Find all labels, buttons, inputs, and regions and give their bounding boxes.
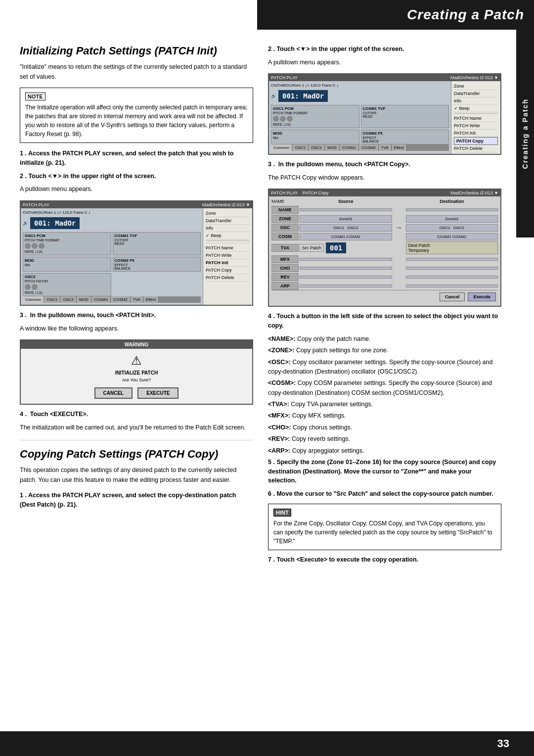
menu2-patch-name: PATCH Name — [454, 115, 498, 122]
hint-box: HINT For the Zone Copy, Oscillator Copy,… — [268, 504, 501, 550]
section-copy: Copying Patch Settings (PATCH Copy) This… — [20, 440, 253, 510]
dialog-buttons: CANCEL EXECUTE — [26, 387, 247, 399]
menu-patch-delete: PATCH Delete — [206, 274, 250, 282]
copy-name-src — [300, 208, 392, 211]
param-descs: <NAME>: Copy only the patch name. <ZONE>… — [268, 334, 501, 456]
step2-init-text: Touch <▼> in the upper right of the scre… — [28, 173, 156, 180]
copy-execute-button[interactable]: Execute — [468, 292, 496, 301]
osc1-block-2: OSC1 PCM PITCH TIME FORMAT RATE ♩ LVL — [271, 105, 359, 128]
screen-model-2: MadOrchestra IZ-013 ▼ — [450, 75, 498, 80]
screen-grid-2: OSC1 PCM PITCH TIME FORMAT RATE ♩ LVL CO… — [271, 105, 449, 144]
cosm2-block-2: COSM2 F5 EFFECT BALANCE — [361, 130, 449, 144]
menu-patch-copy: PATCH Copy — [206, 267, 250, 274]
copy-osc-src: OSC1 OSC2 — [300, 224, 392, 232]
step1-copy: 1 . Access the PATCH PLAY screen, and se… — [20, 491, 253, 510]
side-tab-label: Creating a Patch — [521, 98, 529, 169]
copy-cancel-button[interactable]: Cancel — [440, 292, 465, 301]
right-column: 2 . Touch <▼> in the upper right of the … — [268, 45, 501, 721]
step2-init: 2 . Touch <▼> in the upper right of the … — [20, 172, 253, 181]
step2-right-text: Touch <▼> in the upper right of the scre… — [276, 46, 404, 52]
copy-row-arp: ARP — [271, 282, 299, 290]
param-cosm: <COSM>: Copy COSM parameter settings. Sp… — [268, 378, 501, 398]
copy-cho-dst — [406, 267, 498, 270]
menu-info: Info — [206, 225, 250, 232]
patch-name-display-1: 001: MadOr — [30, 217, 80, 229]
copy-hdr-arrow — [393, 199, 405, 204]
osc2-block: OSC2 PITCH FM FAT RATE ♩ LVL — [23, 273, 111, 296]
left-column: Initializing Patch Settings (PATCH Init)… — [20, 45, 253, 721]
copy-row-mfx: MFX — [271, 255, 299, 263]
page-number: 33 — [497, 737, 509, 750]
step4-init: 4 . Touch <EXECUTE>. — [20, 410, 253, 419]
warning-icon: ⚠ — [26, 354, 247, 368]
copy-row-cosm: COSM — [271, 233, 299, 240]
menu2-patch-copy: PATCH Copy — [454, 137, 498, 145]
step7-copy-text: Touch <Execute> to execute the copy oper… — [276, 556, 418, 563]
main-content: Initializing Patch Settings (PATCH Init)… — [0, 30, 516, 731]
cancel-button[interactable]: CANCEL — [94, 387, 133, 399]
screen-tabs-2: Common OSC1 OSC2 MOD COSM1 COSM2 TVA Eff… — [271, 144, 449, 151]
copy-arp-dst — [406, 284, 498, 287]
menu-patch-write: PATCH Write — [206, 252, 250, 259]
section-initialize: Initializing Patch Settings (PATCH Init)… — [20, 45, 253, 432]
copy-screen-topbar: PATCH PLAY PATCH Copy MadOrchestra IZ-01… — [269, 189, 500, 196]
copy-row-name: NAME — [271, 206, 299, 214]
section1-intro: "Initialize" means to return the setting… — [20, 62, 253, 82]
page-title: Creating a Patch — [407, 7, 524, 23]
pulldown-note-1: A pulldown menu appears. — [20, 185, 253, 194]
copy-row-rev: REV — [271, 273, 299, 281]
step7-copy: 7 . Touch <Execute> to execute the copy … — [268, 555, 501, 565]
param-cho: <CHO>: Copy chorus settings. — [268, 423, 501, 432]
step6-copy: 6 . Move the cursor to "Src Patch" and s… — [268, 489, 501, 499]
screen-patch-row: 🔊 001: MadOr — [23, 216, 201, 231]
step1-copy-text: Access the PATCH PLAY screen, and select… — [20, 492, 236, 508]
step1-init-text: Access the PATCH PLAY screen, and select… — [20, 150, 234, 166]
osc1-block: OSC1 PCM PITCH TIME FORMAT RATE ♩ LVL — [23, 232, 111, 255]
copy-cosm-dst: COSM1 COSM2 — [406, 233, 498, 240]
screen-grid-1: OSC1 PCM PITCH TIME FORMAT RATE ♩ LVL — [23, 232, 201, 296]
param-arp: <ARP>: Copy arpeggiator settings. — [268, 446, 501, 456]
copy-rows: NAME ZONE Zone01 Zone01 OSC OSC1 OSC2 → … — [271, 206, 498, 290]
screen-title-1: PATCH PLAY — [23, 202, 49, 207]
menu-beep: ✓ Beep — [206, 232, 250, 239]
menu2-beep: ✓ Beep — [454, 105, 498, 112]
mod-block: MOD Mix — [23, 257, 111, 272]
menu2-patch-delete: PATCH Delete — [454, 145, 498, 152]
param-name: <NAME>: Copy only the patch name. — [268, 334, 501, 344]
pulldown-note-2: A pulldown menu appears. — [268, 58, 501, 67]
window-note: A window like the following appears. — [20, 324, 253, 333]
copy-name-dst — [406, 208, 498, 211]
screen-main-1: ChiTmROC/Rom 1 ♩= 120.0 Trans C ♩ 🔊 001:… — [21, 208, 203, 305]
copy-window-note: The PATCH Copy window appears. — [268, 173, 501, 183]
copy-tva-src-row: Src Patch 001 — [300, 242, 392, 253]
step5-copy: 5 . Specify the zone (Zone 01–Zone 16) f… — [268, 458, 501, 485]
step6-copy-text: Move the cursor to "Src Patch" and selec… — [276, 490, 493, 497]
side-tab: Creating a Patch — [516, 30, 534, 237]
copy-row-zone: ZONE — [271, 215, 299, 223]
menu-datatransfer: DataTransfer — [206, 217, 250, 225]
screen-tabs-1: Common OSC1 OSC2 MOD COSM1 COSM2 TVA Eff… — [23, 296, 201, 303]
menu2-info: Info — [454, 97, 498, 105]
screen-menu-1: Zone DataTransfer Info ✓ Beep PATCH Name… — [203, 208, 252, 305]
step3-copy: 3 . In the pulldown menu, touch <PATCH C… — [268, 160, 501, 169]
step3-init: 3 . In the pulldown menu, touch <PATCH I… — [20, 311, 253, 320]
copy-header-row: NAME Source Destination — [271, 199, 498, 204]
copy-screen-title: PATCH PLAY PATCH Copy — [271, 190, 329, 195]
patch-copy-dialog: PATCH PLAY PATCH Copy MadOrchestra IZ-01… — [268, 189, 501, 307]
param-osc: <OSC>: Copy oscillator parameter setting… — [268, 358, 501, 377]
screen-body-1: ChiTmROC/Rom 1 ♩= 120.0 Trans C ♩ 🔊 001:… — [21, 208, 252, 305]
cosm2-block: COSM2 F5 EFFECT BALANCE — [113, 257, 201, 272]
copy-hdr-name: NAME — [271, 199, 299, 204]
param-tva: <TVA>: Copy TVA parameter settings. — [268, 400, 501, 409]
copy-mfx-src — [300, 258, 392, 261]
execute-button[interactable]: EXECUTE — [137, 387, 178, 399]
copy-row-osc: OSC — [271, 224, 299, 232]
copy-dialog-content: NAME Source Destination NAME ZONE Zone01 — [269, 196, 500, 306]
copy-zone-src: Zone01 — [300, 215, 392, 223]
screen-model-1: MadOrchestra IZ-013 ▼ — [202, 202, 250, 207]
patch-icon-2: 🔊 — [271, 94, 276, 98]
dialog-sub: Are You Sure? — [26, 378, 247, 382]
dialog-msg: INITIALIZE PATCH — [26, 370, 247, 376]
note-label: NOTE — [25, 93, 45, 100]
copy-cho-src — [300, 267, 392, 270]
